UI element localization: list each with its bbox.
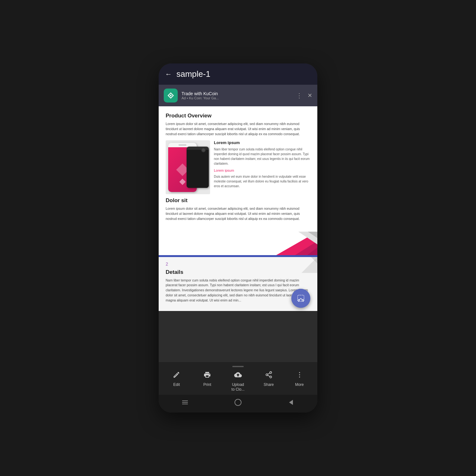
svg-point-13 bbox=[266, 374, 268, 376]
share-icon bbox=[265, 371, 273, 380]
top-bar: ← sample-1 bbox=[159, 63, 317, 85]
page2-content: 2 Details Nam liber tempor cum soluta no… bbox=[159, 257, 317, 311]
details-body: Nam liber tempor cum soluta nobis eleife… bbox=[166, 278, 310, 303]
drag-handle[interactable] bbox=[232, 366, 244, 367]
content-area: Product Overview Lorem ipsum dolor sit a… bbox=[159, 106, 317, 362]
ad-subtitle: Ad • Ku Coin: Your Ga... bbox=[182, 96, 292, 100]
edit-label: Edit bbox=[173, 382, 180, 387]
back-button[interactable]: ← bbox=[165, 70, 172, 78]
fab-button[interactable] bbox=[291, 289, 310, 308]
ad-app-icon bbox=[164, 89, 178, 102]
print-icon bbox=[203, 371, 211, 380]
ad-close-button[interactable]: ✕ bbox=[307, 92, 312, 99]
product-overview-title: Product Overview bbox=[166, 113, 310, 119]
upload-icon bbox=[234, 371, 242, 380]
back-nav-button[interactable] bbox=[287, 399, 295, 408]
ad-app-name: Trade with KuCoin bbox=[182, 91, 292, 96]
ad-text-block: Trade with KuCoin Ad • Ku Coin: Your Ga.… bbox=[182, 91, 292, 100]
page1-decoration bbox=[159, 232, 317, 257]
menu-button[interactable] bbox=[181, 399, 189, 408]
phone-container: ← sample-1 Trade with KuCoin Ad • Ku Coi… bbox=[159, 63, 317, 413]
product-overview-body: Lorem ipsum dolor sit amet, consectetuer… bbox=[166, 122, 310, 136]
svg-point-19 bbox=[299, 376, 300, 377]
ad-actions: ⋮ ✕ bbox=[296, 92, 312, 99]
more-label: More bbox=[295, 382, 304, 387]
ad-label: Ad bbox=[182, 96, 186, 100]
svg-point-8 bbox=[298, 300, 300, 301]
svg-line-15 bbox=[268, 375, 270, 376]
details-title: Details bbox=[166, 269, 310, 275]
toolbar-actions: Edit Print Uploadto Clo... bbox=[159, 371, 317, 392]
print-label: Print bbox=[203, 382, 211, 387]
ad-description: Ku Coin: Your Ga... bbox=[189, 96, 219, 100]
share-label: Share bbox=[264, 382, 274, 387]
more-button[interactable]: More bbox=[288, 371, 311, 387]
phone-secondary bbox=[187, 147, 209, 188]
more-icon bbox=[296, 371, 303, 380]
navigation-bar bbox=[159, 395, 317, 413]
share-button[interactable]: Share bbox=[258, 371, 280, 387]
print-button[interactable]: Print bbox=[196, 371, 218, 387]
edit-icon bbox=[173, 371, 180, 380]
page1-content: Product Overview Lorem ipsum dolor sit a… bbox=[159, 106, 317, 232]
svg-line-10 bbox=[300, 298, 301, 300]
svg-point-9 bbox=[302, 300, 304, 301]
lorem-body2: Duis autem vel eum iriure dolor in hendr… bbox=[214, 174, 310, 188]
page-title: sample-1 bbox=[176, 69, 210, 79]
svg-line-11 bbox=[301, 298, 302, 300]
svg-point-23 bbox=[235, 399, 241, 406]
svg-point-18 bbox=[299, 374, 300, 375]
lorem-title: Lorem ipsum bbox=[214, 140, 310, 145]
ad-banner: Trade with KuCoin Ad • Ku Coin: Your Ga.… bbox=[159, 85, 317, 106]
ad-more-button[interactable]: ⋮ bbox=[296, 92, 302, 99]
two-column-section: Lorem ipsum Nam liber tempor cum soluta … bbox=[166, 140, 310, 194]
svg-marker-24 bbox=[289, 400, 293, 405]
product-image bbox=[166, 140, 210, 194]
svg-line-16 bbox=[268, 373, 270, 374]
upload-label: Uploadto Clo... bbox=[231, 382, 244, 392]
lorem-link[interactable]: Lorem ipsum bbox=[214, 169, 310, 172]
page-number: 2 bbox=[166, 261, 310, 267]
right-column: Lorem ipsum Nam liber tempor cum soluta … bbox=[214, 140, 310, 194]
upload-button[interactable]: Uploadto Clo... bbox=[227, 371, 249, 392]
svg-point-14 bbox=[270, 376, 272, 378]
dolor-title: Dolor sit bbox=[166, 197, 310, 204]
svg-point-17 bbox=[299, 372, 300, 373]
bottom-toolbar: Edit Print Uploadto Clo... bbox=[159, 362, 317, 395]
lorem-body: Nam liber tempor cum soluta nobis eleife… bbox=[214, 147, 310, 166]
edit-button[interactable]: Edit bbox=[165, 371, 188, 387]
svg-point-12 bbox=[270, 372, 272, 374]
home-button[interactable] bbox=[234, 399, 242, 408]
dolor-body: Lorem ipsum dolor sit amet, consectetuer… bbox=[166, 206, 310, 221]
